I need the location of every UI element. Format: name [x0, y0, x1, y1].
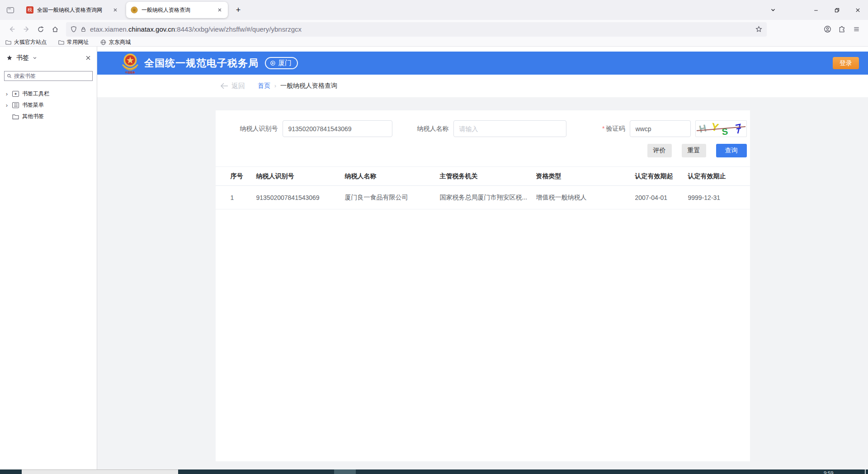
bookmarks-sidebar: 书签 › ★ 书签工具栏 › 书签菜单 [0, 47, 97, 469]
breadcrumb: 返回 首页 › 一般纳税人资格查询 [97, 75, 868, 97]
menu-icon[interactable] [849, 22, 863, 37]
captcha-image[interactable]: H Y S [695, 120, 747, 137]
webpage: 中国税务 全国统一规范电子税务局 厦门 登录 返回 首页 › 一般纳 [97, 47, 868, 469]
back-button[interactable] [5, 22, 19, 37]
taskbar-clock: 9:59 [824, 470, 833, 474]
chevron-down-icon[interactable] [33, 56, 37, 60]
star-icon [6, 55, 13, 61]
close-window-button[interactable] [847, 0, 868, 20]
sidebar-close-button[interactable] [85, 55, 91, 61]
list-all-tabs-button[interactable] [764, 0, 782, 20]
scrollbar-thumb[interactable] [22, 469, 178, 474]
tax-seal-favicon: 税 [26, 6, 33, 14]
tab-close-icon[interactable] [111, 5, 120, 14]
navigation-toolbar: etax.xiamen.chinatax.gov.cn:8443/xxbg/vi… [0, 20, 868, 38]
table-body: 1913502007841543069厦门良一食品有限公司国家税务总局厦门市翔安… [216, 186, 750, 209]
query-card: 纳税人识别号 纳税人名称 *验证码 H Y S [216, 110, 750, 461]
login-button[interactable]: 登录 [833, 57, 859, 69]
svg-text:Y: Y [710, 121, 719, 134]
taskbar-segment [334, 469, 356, 474]
forward-button[interactable] [19, 22, 33, 37]
firefox-view-icon [7, 7, 14, 13]
svg-text:中国税务: 中国税务 [125, 71, 136, 74]
breadcrumb-current: 一般纳税人资格查询 [280, 82, 337, 90]
emblem-favicon [131, 6, 138, 14]
tab-taxpayer-query-active[interactable]: 一般纳税人资格查询 [126, 2, 228, 18]
result-table: 序号纳税人识别号纳税人名称主管税务机关资格类型认定有效期起认定有效期止 1913… [216, 166, 750, 209]
sidebar-title: 书签 [16, 54, 29, 62]
table-header-cell: 认定有效期起 [635, 167, 688, 186]
browser-window: 税 全国一般纳税人资格查询网 一般纳税人资格查询 + [0, 0, 868, 474]
table-header-cell: 序号 [216, 167, 256, 186]
table-header-cell: 认定有效期止 [688, 167, 750, 186]
sidebar-item-bookmarks-toolbar[interactable]: › ★ 书签工具栏 [0, 88, 97, 100]
bookmark-firefox-sites[interactable]: 火狐官方站点 [5, 38, 47, 46]
url-text[interactable]: etax.xiamen.chinatax.gov.cn:8443/xxbg/vi… [90, 25, 752, 33]
extensions-icon[interactable] [835, 22, 849, 37]
window-controls [764, 0, 868, 20]
reset-button[interactable]: 重置 [682, 144, 706, 157]
table-cell: 厦门良一食品有限公司 [345, 186, 440, 209]
location-pin-icon [270, 60, 276, 66]
table-header-cell: 资格类型 [536, 167, 635, 186]
expand-chevron-icon[interactable]: › [5, 90, 9, 97]
table-header-cell: 主管税务机关 [440, 167, 536, 186]
evaluate-button[interactable]: 评价 [647, 144, 672, 157]
taxpayer-id-label: 纳税人识别号 [216, 125, 283, 133]
content-area: 书签 › ★ 书签工具栏 › 书签菜单 [0, 47, 868, 469]
back-arrow-icon [220, 83, 228, 89]
account-icon[interactable] [820, 22, 835, 37]
tax-bureau-emblem: 中国税务 [121, 53, 140, 74]
table-cell: 9999-12-31 [688, 186, 750, 209]
table-cell: 1 [216, 186, 256, 209]
bookmark-star-icon[interactable] [755, 26, 762, 33]
url-bar[interactable]: etax.xiamen.chinatax.gov.cn:8443/xxbg/vi… [66, 22, 767, 37]
breadcrumb-home-link[interactable]: 首页 [258, 82, 270, 90]
table-header-cell: 纳税人名称 [345, 167, 440, 186]
query-button[interactable]: 查询 [716, 144, 747, 157]
table-cell: 国家税务总局厦门市翔安区税... [440, 186, 536, 209]
location-selector[interactable]: 厦门 [265, 57, 298, 69]
tab-close-icon[interactable] [215, 5, 224, 14]
table-header-cell: 纳税人识别号 [256, 167, 345, 186]
table-cell: 913502007841543069 [256, 186, 345, 209]
required-mark: * [602, 125, 604, 132]
tab-bar: 税 全国一般纳税人资格查询网 一般纳税人资格查询 + [0, 0, 868, 20]
table-header-row: 序号纳税人识别号纳税人名称主管税务机关资格类型认定有效期起认定有效期止 [216, 167, 750, 186]
bookmark-search-box[interactable] [4, 71, 93, 81]
search-icon [7, 73, 12, 79]
bookmark-common-sites[interactable]: 常用网址 [58, 38, 89, 46]
back-link[interactable]: 返回 [220, 82, 245, 90]
table-cell: 增值税一般纳税人 [536, 186, 635, 209]
bookmark-search-input[interactable] [14, 73, 90, 79]
sidebar-item-other-bookmarks[interactable]: 其他书签 [0, 111, 97, 122]
query-form: 纳税人识别号 纳税人名称 *验证码 H Y S [216, 120, 750, 137]
folder-icon [12, 114, 19, 119]
action-buttons: 评价 重置 查询 [216, 144, 750, 157]
captcha-input[interactable] [630, 120, 691, 137]
breadcrumb-separator: › [274, 83, 276, 89]
bookmarks-menu-icon [12, 102, 19, 108]
tab-title: 一般纳税人资格查询 [142, 6, 212, 14]
site-header: 中国税务 全国统一规范电子税务局 厦门 登录 [97, 52, 868, 75]
lock-icon[interactable] [80, 26, 86, 33]
taxpayer-id-input[interactable] [283, 120, 392, 137]
reload-button[interactable] [33, 22, 48, 37]
taxpayer-name-input[interactable] [453, 120, 566, 137]
shield-icon[interactable] [71, 26, 77, 33]
restore-button[interactable] [826, 0, 847, 20]
firefox-view-button[interactable] [4, 3, 17, 17]
home-button[interactable] [48, 22, 62, 37]
tab-title: 全国一般纳税人资格查询网 [37, 6, 107, 14]
minimize-button[interactable] [806, 0, 826, 20]
tab-taxpayer-query-site[interactable]: 税 全国一般纳税人资格查询网 [22, 2, 123, 18]
sidebar-item-bookmarks-menu[interactable]: › 书签菜单 [0, 100, 97, 111]
bookmarks-toolbar-icon: ★ [12, 91, 19, 97]
expand-chevron-icon[interactable]: › [5, 102, 9, 109]
bookmark-jd[interactable]: 京东商城 [100, 38, 131, 46]
table-row: 1913502007841543069厦门良一食品有限公司国家税务总局厦门市翔安… [216, 186, 750, 209]
svg-text:H: H [698, 122, 708, 135]
captcha-label: *验证码 [566, 125, 630, 133]
new-tab-button[interactable]: + [231, 3, 245, 17]
taxpayer-name-label: 纳税人名称 [392, 125, 453, 133]
